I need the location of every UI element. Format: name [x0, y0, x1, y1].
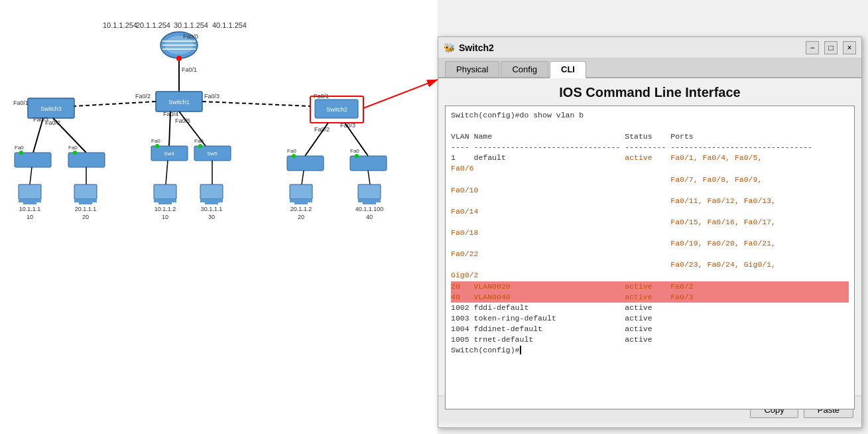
window-titlebar: 🐝 Switch2 − □ × — [438, 37, 861, 58]
svg-point-36 — [155, 144, 159, 148]
svg-rect-78 — [200, 199, 223, 202]
window-tabs: Physical Config CLI — [438, 58, 861, 78]
svg-rect-67 — [79, 202, 92, 204]
svg-text:10: 10 — [27, 214, 33, 220]
cli-line: 1005 trnet-default active — [451, 334, 849, 345]
svg-point-53 — [292, 154, 296, 158]
svg-rect-71 — [154, 184, 176, 199]
svg-text:Sw4: Sw4 — [164, 151, 174, 157]
svg-rect-89 — [358, 184, 381, 199]
svg-rect-90 — [358, 199, 381, 202]
svg-text:10.1.1.1: 10.1.1.1 — [19, 206, 41, 212]
cli-line: ---- -------------------------------- --… — [451, 142, 849, 153]
window-content: IOS Command Line Interface Switch(config… — [438, 78, 861, 396]
svg-text:10.1.1.254: 10.1.1.254 — [103, 21, 137, 29]
svg-text:Fa0/1: Fa0/1 — [182, 66, 197, 73]
svg-text:10: 10 — [162, 214, 168, 220]
cli-line: Fa0/14 — [451, 206, 849, 217]
svg-line-58 — [30, 167, 32, 184]
svg-rect-47 — [68, 153, 105, 167]
svg-line-25 — [202, 102, 310, 106]
tab-cli[interactable]: CLI — [550, 61, 586, 78]
close-button[interactable]: × — [843, 41, 856, 54]
cli-line: Gig0/2 — [451, 270, 849, 281]
svg-text:Fa0: Fa0 — [350, 148, 359, 154]
cli-line: 1004 fddinet-default active — [451, 324, 849, 334]
svg-rect-77 — [200, 184, 223, 199]
cli-line: VLAN Name Status Ports — [451, 131, 849, 142]
svg-text:40.1.1.254: 40.1.1.254 — [212, 21, 247, 29]
svg-rect-55 — [350, 156, 387, 171]
cli-highlighted-vlan20: 20 VLAN0020 active Fa0/2 — [451, 281, 849, 292]
svg-rect-44 — [15, 153, 51, 167]
svg-text:Fa0: Fa0 — [68, 145, 78, 151]
window-controls: − □ × — [806, 41, 856, 54]
cli-line: Fa0/11, Fa0/12, Fa0/13, — [451, 196, 849, 206]
svg-text:20.1.1.1: 20.1.1.1 — [75, 206, 97, 212]
svg-text:Fa0: Fa0 — [287, 148, 296, 154]
svg-text:20.1.1.2: 20.1.1.2 — [290, 206, 312, 212]
svg-rect-66 — [74, 199, 97, 202]
switch-icon: 🐝 — [444, 42, 455, 53]
svg-text:Switch3: Switch3 — [40, 106, 62, 112]
svg-point-48 — [73, 151, 77, 155]
cli-line: Switch(config)#do show vlan b — [451, 110, 849, 121]
svg-rect-83 — [290, 184, 312, 199]
svg-text:40: 40 — [366, 214, 373, 220]
svg-rect-61 — [23, 202, 36, 204]
svg-line-95 — [363, 80, 438, 108]
cli-line: Fa0/15, Fa0/16, Fa0/17, — [451, 217, 849, 228]
cli-line: 1002 fddi-default active — [451, 303, 849, 313]
cli-line — [451, 121, 849, 131]
cli-line: Fa0/7, Fa0/8, Fa0/9, — [451, 175, 849, 185]
svg-line-42 — [33, 118, 43, 153]
svg-text:Fa0: Fa0 — [151, 138, 160, 144]
cli-line: Fa0/18 — [451, 228, 849, 238]
svg-line-82 — [302, 171, 304, 184]
cli-line: Fa0/22 — [451, 249, 849, 259]
svg-text:Sw5: Sw5 — [207, 151, 217, 157]
tab-config[interactable]: Config — [501, 61, 548, 77]
network-diagram: 10.1.1.254 20.1.1.254 30.1.1.254 40.1.1.… — [0, 0, 438, 434]
cli-area[interactable]: Switch(config)#do show vlan b VLAN Name … — [445, 106, 855, 409]
cli-line: 1003 token-ring-default active — [451, 313, 849, 324]
svg-text:Fa0/2: Fa0/2 — [135, 93, 151, 100]
svg-point-40 — [198, 144, 202, 148]
svg-text:20: 20 — [82, 214, 89, 220]
svg-text:40.1.1.100: 40.1.1.100 — [355, 206, 384, 212]
svg-rect-85 — [294, 202, 308, 204]
restore-button[interactable]: □ — [824, 41, 837, 54]
switch-window: 🐝 Switch2 − □ × Physical Config CLI IOS … — [438, 36, 862, 428]
svg-text:Fa0/3: Fa0/3 — [204, 93, 219, 100]
minimize-button[interactable]: − — [806, 41, 819, 54]
svg-rect-60 — [19, 199, 41, 202]
svg-text:30.1.1.1: 30.1.1.1 — [201, 206, 223, 212]
svg-rect-65 — [74, 184, 97, 199]
svg-rect-84 — [290, 199, 312, 202]
svg-text:Fa0: Fa0 — [15, 145, 24, 151]
svg-text:30.1.1.254: 30.1.1.254 — [174, 21, 208, 29]
svg-text:Fa0/1: Fa0/1 — [13, 100, 29, 106]
cli-line: Fa0/23, Fa0/24, Gig0/1, — [451, 259, 849, 270]
svg-point-56 — [355, 154, 359, 158]
cli-line: 1 default active Fa0/1, Fa0/4, Fa0/5, — [451, 153, 849, 163]
svg-text:Switch1: Switch1 — [168, 99, 190, 106]
svg-rect-72 — [154, 199, 176, 202]
svg-text:Switch2: Switch2 — [326, 106, 347, 113]
svg-text:Fa0/1: Fa0/1 — [314, 93, 329, 100]
cli-prompt: Switch(config)# — [451, 345, 849, 356]
svg-point-45 — [19, 151, 23, 155]
svg-point-11 — [176, 56, 182, 61]
cli-line: Fa0/10 — [451, 185, 849, 196]
svg-rect-52 — [287, 156, 324, 171]
svg-rect-79 — [205, 202, 218, 204]
network-svg: 10.1.1.254 20.1.1.254 30.1.1.254 40.1.1.… — [0, 0, 438, 434]
window-title: Switch2 — [459, 42, 806, 53]
tab-physical[interactable]: Physical — [445, 61, 499, 77]
svg-text:20: 20 — [298, 214, 304, 220]
cli-line: Fa0/6 — [451, 163, 849, 174]
ios-title: IOS Command Line Interface — [445, 85, 855, 100]
cli-line: Fa0/19, Fa0/20, Fa0/21, — [451, 238, 849, 249]
cli-highlighted-vlan40: 40 VLAN0040 active Fa0/3 — [451, 292, 849, 303]
svg-text:30: 30 — [208, 214, 215, 220]
